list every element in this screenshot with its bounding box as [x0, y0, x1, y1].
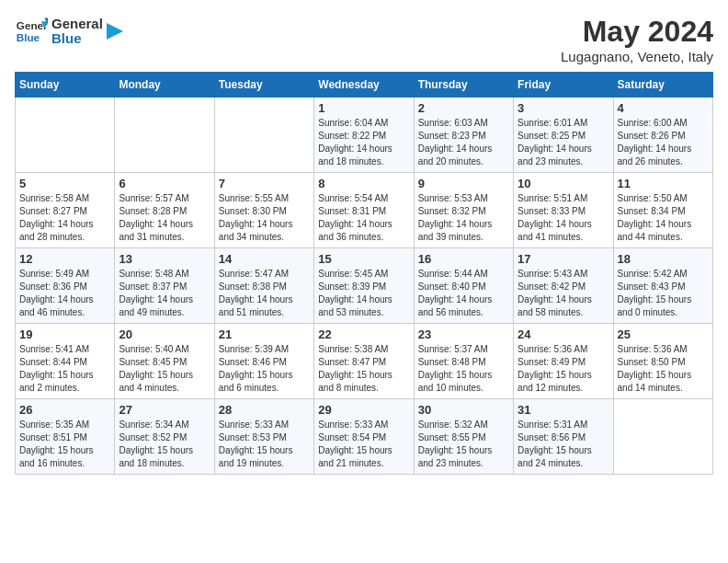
logo-arrow-icon	[107, 23, 123, 40]
day-number: 17	[518, 252, 609, 266]
day-number: 22	[318, 327, 409, 341]
day-number: 9	[418, 177, 509, 190]
day-cell-3: 3Sunrise: 6:01 AMSunset: 8:25 PMDaylight…	[514, 98, 613, 173]
day-number: 3	[518, 101, 609, 115]
day-cell-9: 9Sunrise: 5:53 AMSunset: 8:32 PMDaylight…	[414, 173, 513, 248]
logo-icon: General Blue	[15, 15, 48, 48]
day-cell-16: 16Sunrise: 5:44 AMSunset: 8:40 PMDayligh…	[414, 248, 513, 324]
day-number: 25	[618, 327, 709, 341]
week-row-3: 12Sunrise: 5:49 AMSunset: 8:36 PMDayligh…	[16, 248, 713, 324]
page-header: General Blue General Blue May 2024 Lugag…	[15, 15, 713, 64]
week-row-1: 1Sunrise: 6:04 AMSunset: 8:22 PMDaylight…	[16, 98, 713, 173]
day-info: Sunrise: 6:01 AMSunset: 8:25 PMDaylight:…	[518, 117, 609, 168]
day-cell-12: 12Sunrise: 5:49 AMSunset: 8:36 PMDayligh…	[16, 248, 115, 324]
day-number: 29	[318, 403, 409, 417]
day-number: 10	[518, 177, 609, 190]
day-cell-1: 1Sunrise: 6:04 AMSunset: 8:22 PMDaylight…	[314, 98, 414, 173]
day-number: 13	[119, 252, 210, 266]
day-cell-30: 30Sunrise: 5:32 AMSunset: 8:55 PMDayligh…	[414, 399, 513, 475]
day-number: 1	[318, 101, 409, 115]
day-cell-2: 2Sunrise: 6:03 AMSunset: 8:23 PMDaylight…	[414, 98, 513, 173]
day-info: Sunrise: 5:47 AMSunset: 8:38 PMDaylight:…	[219, 268, 310, 319]
day-number: 23	[418, 327, 509, 341]
empty-cell	[613, 399, 712, 475]
day-number: 4	[618, 101, 709, 115]
day-cell-6: 6Sunrise: 5:57 AMSunset: 8:28 PMDaylight…	[115, 173, 214, 248]
day-number: 16	[418, 252, 509, 266]
day-info: Sunrise: 5:31 AMSunset: 8:56 PMDaylight:…	[518, 419, 609, 470]
day-info: Sunrise: 5:48 AMSunset: 8:37 PMDaylight:…	[119, 268, 210, 319]
empty-cell	[115, 98, 214, 173]
day-number: 11	[618, 177, 709, 190]
day-number: 20	[119, 327, 210, 341]
day-number: 2	[418, 101, 509, 115]
day-info: Sunrise: 5:51 AMSunset: 8:33 PMDaylight:…	[518, 192, 609, 244]
day-number: 5	[19, 177, 110, 190]
day-info: Sunrise: 5:38 AMSunset: 8:47 PMDaylight:…	[318, 343, 409, 395]
day-info: Sunrise: 5:33 AMSunset: 8:53 PMDaylight:…	[219, 419, 310, 470]
day-cell-26: 26Sunrise: 5:35 AMSunset: 8:51 PMDayligh…	[16, 399, 115, 475]
weekday-monday: Monday	[115, 73, 214, 98]
day-number: 8	[318, 177, 409, 190]
day-number: 31	[518, 403, 609, 417]
week-row-2: 5Sunrise: 5:58 AMSunset: 8:27 PMDaylight…	[16, 173, 713, 248]
day-info: Sunrise: 6:04 AMSunset: 8:22 PMDaylight:…	[318, 117, 409, 168]
day-info: Sunrise: 5:36 AMSunset: 8:49 PMDaylight:…	[518, 343, 609, 395]
day-number: 12	[19, 252, 110, 266]
day-cell-17: 17Sunrise: 5:43 AMSunset: 8:42 PMDayligh…	[514, 248, 613, 324]
day-number: 6	[119, 177, 210, 190]
day-info: Sunrise: 5:36 AMSunset: 8:50 PMDaylight:…	[618, 343, 709, 395]
day-number: 26	[19, 403, 110, 417]
day-info: Sunrise: 5:54 AMSunset: 8:31 PMDaylight:…	[318, 192, 409, 244]
day-info: Sunrise: 6:03 AMSunset: 8:23 PMDaylight:…	[418, 117, 509, 168]
day-cell-19: 19Sunrise: 5:41 AMSunset: 8:44 PMDayligh…	[16, 324, 115, 399]
day-cell-25: 25Sunrise: 5:36 AMSunset: 8:50 PMDayligh…	[613, 324, 712, 399]
day-info: Sunrise: 5:57 AMSunset: 8:28 PMDaylight:…	[119, 192, 210, 244]
weekday-friday: Friday	[514, 73, 613, 98]
day-cell-23: 23Sunrise: 5:37 AMSunset: 8:48 PMDayligh…	[414, 324, 513, 399]
day-info: Sunrise: 5:50 AMSunset: 8:34 PMDaylight:…	[618, 192, 709, 244]
day-cell-29: 29Sunrise: 5:33 AMSunset: 8:54 PMDayligh…	[314, 399, 414, 475]
svg-marker-4	[107, 23, 123, 40]
day-info: Sunrise: 5:53 AMSunset: 8:32 PMDaylight:…	[418, 192, 509, 244]
day-info: Sunrise: 5:49 AMSunset: 8:36 PMDaylight:…	[19, 268, 110, 319]
day-cell-27: 27Sunrise: 5:34 AMSunset: 8:52 PMDayligh…	[115, 399, 214, 475]
weekday-wednesday: Wednesday	[314, 73, 414, 98]
day-info: Sunrise: 5:58 AMSunset: 8:27 PMDaylight:…	[19, 192, 110, 244]
day-number: 28	[219, 403, 310, 417]
day-number: 18	[618, 252, 709, 266]
day-number: 24	[518, 327, 609, 341]
day-cell-21: 21Sunrise: 5:39 AMSunset: 8:46 PMDayligh…	[214, 324, 313, 399]
day-info: Sunrise: 5:40 AMSunset: 8:45 PMDaylight:…	[119, 343, 210, 395]
day-cell-7: 7Sunrise: 5:55 AMSunset: 8:30 PMDaylight…	[214, 173, 313, 248]
day-info: Sunrise: 5:55 AMSunset: 8:30 PMDaylight:…	[219, 192, 310, 244]
day-cell-20: 20Sunrise: 5:40 AMSunset: 8:45 PMDayligh…	[115, 324, 214, 399]
day-cell-8: 8Sunrise: 5:54 AMSunset: 8:31 PMDaylight…	[314, 173, 414, 248]
day-info: Sunrise: 5:33 AMSunset: 8:54 PMDaylight:…	[318, 419, 409, 470]
day-info: Sunrise: 5:43 AMSunset: 8:42 PMDaylight:…	[518, 268, 609, 319]
day-info: Sunrise: 5:45 AMSunset: 8:39 PMDaylight:…	[318, 268, 409, 319]
logo-blue: Blue	[51, 31, 103, 47]
day-number: 15	[318, 252, 409, 266]
day-info: Sunrise: 5:37 AMSunset: 8:48 PMDaylight:…	[418, 343, 509, 395]
week-row-4: 19Sunrise: 5:41 AMSunset: 8:44 PMDayligh…	[16, 324, 713, 399]
day-number: 30	[418, 403, 509, 417]
day-cell-4: 4Sunrise: 6:00 AMSunset: 8:26 PMDaylight…	[613, 98, 712, 173]
day-cell-31: 31Sunrise: 5:31 AMSunset: 8:56 PMDayligh…	[514, 399, 613, 475]
day-cell-10: 10Sunrise: 5:51 AMSunset: 8:33 PMDayligh…	[514, 173, 613, 248]
day-number: 27	[119, 403, 210, 417]
day-number: 21	[219, 327, 310, 341]
day-cell-22: 22Sunrise: 5:38 AMSunset: 8:47 PMDayligh…	[314, 324, 414, 399]
day-cell-24: 24Sunrise: 5:36 AMSunset: 8:49 PMDayligh…	[514, 324, 613, 399]
day-cell-11: 11Sunrise: 5:50 AMSunset: 8:34 PMDayligh…	[613, 173, 712, 248]
logo: General Blue General Blue	[15, 15, 123, 48]
day-cell-28: 28Sunrise: 5:33 AMSunset: 8:53 PMDayligh…	[214, 399, 313, 475]
weekday-thursday: Thursday	[414, 73, 513, 98]
weekday-header-row: SundayMondayTuesdayWednesdayThursdayFrid…	[16, 73, 713, 98]
day-info: Sunrise: 5:42 AMSunset: 8:43 PMDaylight:…	[618, 268, 709, 319]
title-block: May 2024 Lugagnano, Veneto, Italy	[561, 15, 713, 64]
day-info: Sunrise: 5:32 AMSunset: 8:55 PMDaylight:…	[418, 419, 509, 470]
day-cell-5: 5Sunrise: 5:58 AMSunset: 8:27 PMDaylight…	[16, 173, 115, 248]
empty-cell	[16, 98, 115, 173]
day-info: Sunrise: 5:44 AMSunset: 8:40 PMDaylight:…	[418, 268, 509, 319]
